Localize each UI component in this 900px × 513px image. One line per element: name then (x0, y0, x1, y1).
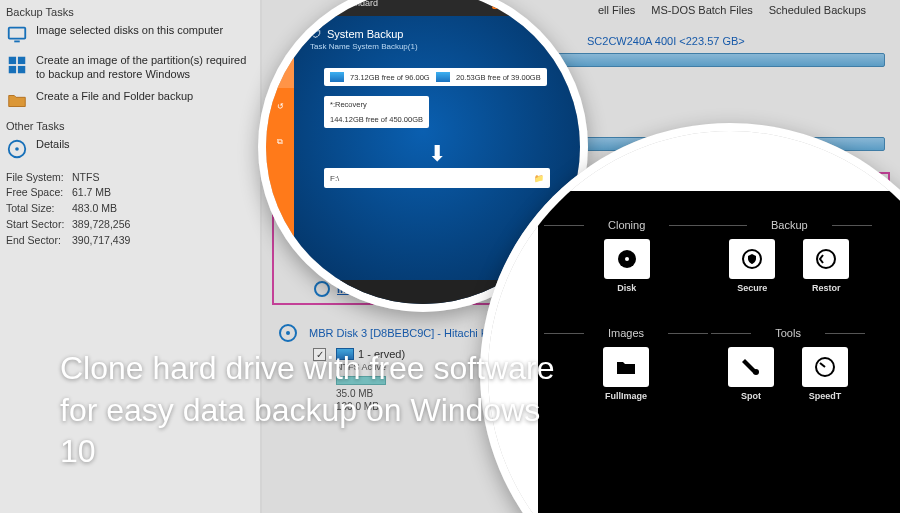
tool-speedtest[interactable]: SpeedT (802, 347, 848, 401)
card-title: *:Recovery (330, 100, 367, 109)
tool-disk[interactable]: Disk (604, 239, 650, 293)
windows-flag-icon (436, 72, 450, 82)
svg-point-14 (625, 257, 629, 261)
card-text: 144.12GB free of 450.00GB (330, 115, 423, 124)
svg-point-12 (286, 331, 290, 335)
task-label: Create a File and Folder backup (36, 90, 193, 104)
prop-key: File System: (6, 170, 72, 186)
source-card-1[interactable]: 73.12GB free of 96.00GB (324, 68, 441, 86)
task-label: Details (36, 138, 70, 152)
task-file-folder[interactable]: Create a File and Folder backup (0, 86, 260, 116)
windows-icon (6, 54, 28, 76)
card-text: 20.53GB free of 39.00GB (456, 73, 541, 82)
tool-label: SpeedT (809, 391, 842, 401)
task-name-field[interactable]: Task Name System Backup(1) (310, 42, 564, 51)
shield-disk-icon (729, 239, 775, 279)
task-label: Create an image of the partition(s) requ… (36, 54, 254, 82)
tool-label: Restor (812, 283, 841, 293)
arrow-down-icon: ⬇ (428, 141, 446, 167)
prop-key: Total Size: (6, 201, 72, 217)
tool-label: Disk (617, 283, 636, 293)
prop-val: 390,717,439 (72, 233, 130, 249)
tool-fullimage[interactable]: FullImage (603, 347, 649, 401)
tab-shell-files[interactable]: ell Files (592, 2, 641, 18)
tool-label: Spot (741, 391, 761, 401)
section-backup-tasks: Backup Tasks (0, 2, 260, 20)
svg-rect-3 (18, 57, 25, 64)
source-card-3[interactable]: *:Recovery144.12GB free of 450.00GB (324, 96, 429, 128)
group-tools: Tools (751, 327, 825, 339)
tool-label: Secure (737, 283, 767, 293)
folder-icon (6, 90, 28, 112)
panel-title: System Backup (327, 28, 403, 40)
tools-panel: Cloning Disk Backup Secure Restor Images (538, 191, 900, 513)
svg-point-10 (315, 282, 329, 296)
svg-rect-2 (9, 57, 16, 64)
task-label: Image selected disks on this computer (36, 24, 223, 38)
disk-header: SC2CW240A 400I <223.57 GB> (587, 35, 745, 47)
svg-point-7 (15, 147, 19, 151)
tool-spot[interactable]: Spot (728, 347, 774, 401)
disk-icon (604, 239, 650, 279)
prop-val: 389,728,256 (72, 217, 130, 233)
prop-val: 483.0 MB (72, 201, 117, 217)
monitor-icon (6, 24, 28, 46)
svg-rect-1 (14, 41, 20, 43)
prop-val: NTFS (72, 170, 99, 186)
svg-point-17 (753, 369, 759, 375)
prop-key: Free Space: (6, 185, 72, 201)
task-details[interactable]: Details (0, 134, 260, 164)
section-other-tasks: Other Tasks (0, 116, 260, 134)
prop-val: 61.7 MB (72, 185, 111, 201)
prop-key: End Sector: (6, 233, 72, 249)
folder-icon (603, 347, 649, 387)
hdd-icon (277, 322, 299, 344)
group-backup: Backup (747, 219, 832, 231)
shield-icon: 🛡 (310, 28, 321, 40)
disk-icon (6, 138, 28, 160)
destination-field[interactable]: F:\📁 (324, 168, 550, 188)
dest-path: F:\ (330, 174, 339, 183)
task-image-disks[interactable]: Image selected disks on this computer (0, 20, 260, 50)
tool-secure[interactable]: Secure (729, 239, 775, 293)
tab-batch-files[interactable]: MS-DOS Batch Files (645, 2, 758, 18)
source-card-2[interactable]: 20.53GB free of 39.00GB (430, 68, 547, 86)
group-cloning: Cloning (584, 219, 669, 231)
gauge-icon (802, 347, 848, 387)
card-text: 73.12GB free of 96.00GB (350, 73, 435, 82)
page-headline: Clone hard drive with free software for … (60, 348, 580, 473)
windows-flag-icon (330, 72, 344, 82)
tool-restore[interactable]: Restor (803, 239, 849, 293)
task-image-partitions[interactable]: Create an image of the partition(s) requ… (0, 50, 260, 86)
partition-properties: File System:NTFS Free Space:61.7 MB Tota… (0, 164, 260, 255)
rail-clone-icon[interactable]: ⧉ (266, 124, 294, 160)
restore-icon (803, 239, 849, 279)
svg-rect-5 (18, 66, 25, 73)
rail-restore-icon[interactable]: ↺ (266, 88, 294, 124)
flashlight-icon (728, 347, 774, 387)
svg-rect-4 (9, 66, 16, 73)
svg-rect-0 (9, 28, 26, 39)
group-images: Images (584, 327, 668, 339)
tab-scheduled-backups[interactable]: Scheduled Backups (763, 2, 872, 18)
folder-icon[interactable]: 📁 (534, 174, 544, 183)
tool-label: FullImage (605, 391, 647, 401)
prop-key: Start Sector: (6, 217, 72, 233)
